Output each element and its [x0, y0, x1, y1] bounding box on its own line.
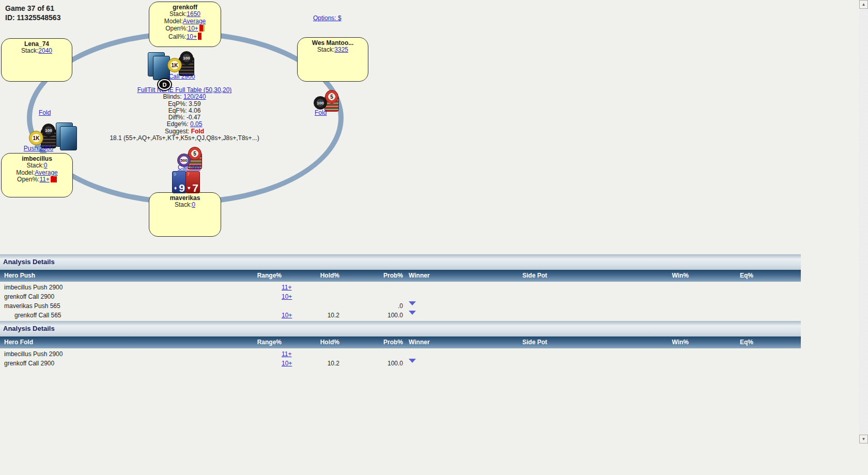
analysis-table-header: Hero Push Range% Hold% Prob% Winner Side…	[0, 270, 801, 282]
table-row: imbecillus Push 2900 11+	[0, 283, 801, 292]
app-window: Game 37 of 61 ID: 11325548563 Options: $…	[0, 0, 868, 475]
model-link[interactable]: Average	[35, 169, 57, 176]
stack-label: Stack:	[175, 201, 192, 208]
blinds-label: Blinds:	[163, 93, 182, 100]
player-box-imbecillus: imbecillus Stack:0 Model:Average Open%:1…	[1, 153, 73, 197]
options-link[interactable]: Options: $	[313, 14, 342, 22]
open-label: Open%:	[17, 176, 39, 183]
row-range-link[interactable]: 10+	[282, 292, 292, 301]
card-back-icon	[60, 126, 77, 150]
chip-5-icon: 5	[325, 90, 338, 103]
analysis-section-band: Analysis Details	[0, 321, 801, 336]
chip-100-icon: 100	[314, 96, 327, 110]
diff-value: -0.47	[187, 114, 200, 121]
player-name: Wes Mantoo...	[298, 40, 368, 47]
chip-100-icon: 100	[180, 51, 193, 65]
column-sidepot: Side Pot	[493, 336, 576, 348]
analysis-section-title: Analysis Details	[3, 325, 55, 332]
scrollbar-up-icon[interactable]: ▲	[859, 0, 868, 9]
stack-link[interactable]: 0	[192, 201, 195, 208]
winner-arrow-icon[interactable]	[409, 301, 416, 305]
call-range-link[interactable]: 10+	[187, 33, 197, 40]
lena-fold-link[interactable]: Fold	[39, 109, 51, 116]
column-hero-fold: Hero Fold	[4, 336, 221, 348]
column-win: Win%	[643, 336, 689, 348]
row-action: imbecillus Push 2900	[4, 349, 221, 359]
table-info-block: FullTilt NLHE Full Table (50,30,20) Blin…	[81, 87, 288, 142]
player-box-maverikas: maverikas Stack:0	[149, 192, 221, 237]
row-action: imbecillus Push 2900	[4, 283, 221, 292]
row-range-link[interactable]: 11+	[282, 349, 291, 359]
player-box-grenkoff: grenkoff Stack:1650 Model:Average Open%:…	[149, 2, 221, 47]
eqp-label: EqP%:	[168, 100, 187, 108]
eqf-label: EqF%:	[168, 107, 187, 114]
row-hold: 10.2	[289, 311, 339, 320]
player-name: grenkoff	[149, 4, 221, 11]
player-box-wes-mantooth: Wes Mantoo... Stack:3325	[297, 37, 368, 82]
winner-arrow-icon[interactable]	[409, 311, 416, 315]
table-row: maverikas Push 565 .0	[0, 301, 801, 311]
scrollbar-down-icon[interactable]: ▼	[859, 435, 868, 443]
row-hold: 10.2	[289, 359, 339, 368]
stack-label: Stack:	[21, 47, 38, 54]
column-range: Range%	[227, 336, 282, 348]
analysis-section-title: Analysis Details	[3, 258, 55, 266]
row-action: grenkoff Call 565	[14, 311, 221, 320]
eqp-value: 3.59	[189, 100, 200, 108]
chip-1k-icon: 1K	[167, 58, 182, 72]
row-action: maverikas Push 565	[4, 301, 221, 311]
open-range-link[interactable]: 10+	[188, 25, 198, 32]
player-box-lena-74: Lena_74 Stack:2040	[1, 38, 72, 82]
table-row: grenkoff Call 2900 10+ 10.2 100.0	[0, 359, 801, 368]
winner-arrow-icon[interactable]	[409, 359, 416, 363]
row-range-link[interactable]: 11+	[282, 283, 291, 292]
player-name: Lena_74	[2, 41, 72, 48]
column-prob: Prob%	[353, 270, 403, 282]
stack-label: Stack:	[26, 162, 43, 169]
row-prob: 100.0	[353, 311, 403, 320]
open-range-link[interactable]: 11+	[39, 176, 49, 183]
grenkoff-call-link[interactable]: Call 2900	[161, 73, 203, 80]
dealer-button-icon: D	[158, 79, 171, 90]
game-id: ID: 11325548563	[5, 13, 60, 22]
stack-link[interactable]: 2040	[38, 47, 52, 54]
diff-label: Diff%:	[168, 114, 185, 121]
card-9-diamonds: 9 ♦ 9	[172, 171, 187, 193]
column-eq: Eq%	[709, 336, 753, 348]
stack-link[interactable]: 3325	[334, 46, 348, 53]
model-link[interactable]: Average	[183, 18, 206, 25]
column-prob: Prob%	[353, 336, 403, 348]
open-label: Open%:	[165, 25, 188, 32]
chip-1k-icon: 1K	[29, 131, 43, 145]
stack-link[interactable]: 1650	[187, 10, 200, 18]
analysis-table-header: Hero Fold Range% Hold% Prob% Winner Side…	[0, 336, 801, 348]
call-label: Call%:	[168, 33, 187, 40]
vertical-scrollbar[interactable]: ▲ ▼	[859, 0, 868, 443]
table-row: grenkoff Call 2900 10+	[0, 292, 801, 301]
range-histogram-icon	[51, 176, 57, 182]
model-label: Model:	[16, 169, 35, 176]
range-histogram-icon	[199, 25, 205, 32]
eqf-value: 4.06	[189, 107, 200, 114]
table-row: imbecillus Push 2900 11+	[0, 349, 801, 359]
stack-label: Stack:	[169, 10, 187, 18]
suggest-value: Fold	[191, 128, 204, 135]
edge-link[interactable]: 0.05	[190, 120, 202, 128]
column-hero-push: Hero Push	[4, 270, 221, 282]
wes-fold-link[interactable]: Fold	[315, 109, 327, 116]
row-prob: .0	[353, 301, 403, 311]
analysis-section-band: Analysis Details	[0, 254, 801, 270]
hero-range-text: 18.1 (55+,AQ+,ATs+,KT+,K5s+,QJ,Q8s+,J8s+…	[81, 135, 288, 142]
column-winner: Winner	[409, 270, 445, 282]
blinds-link[interactable]: 120/240	[183, 93, 206, 100]
chip-100-icon: 100	[42, 124, 55, 137]
suggest-label: Suggest:	[165, 128, 189, 135]
stack-label: Stack:	[317, 46, 334, 53]
range-histogram-icon	[198, 33, 202, 40]
stack-link[interactable]: 0	[44, 162, 48, 169]
imbecillus-push-link[interactable]: Push 2900	[17, 145, 60, 152]
player-name: imbecillus	[2, 156, 72, 162]
venue-link[interactable]: FullTilt NLHE Full Table (50,30,20)	[81, 87, 288, 94]
maverikas-call-link[interactable]: Call 565	[168, 164, 210, 171]
row-action: grenkoff Call 2900	[4, 359, 221, 368]
